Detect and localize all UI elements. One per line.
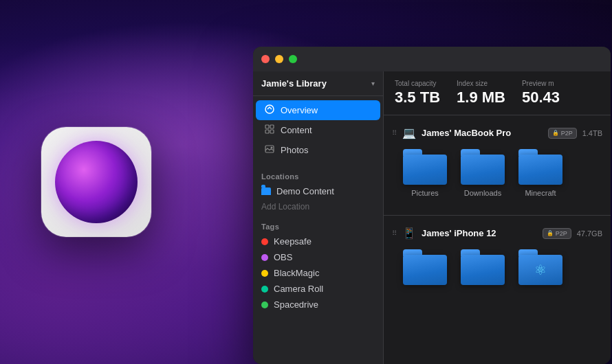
add-location-button[interactable]: Add Location xyxy=(253,199,383,214)
svg-rect-4 xyxy=(270,130,274,133)
app-icon xyxy=(41,127,151,237)
folder-icon-iphone-2 xyxy=(461,249,505,285)
locations-section: Locations Demo Content Add Location xyxy=(253,164,383,214)
tag-item-keepsafe[interactable]: Keepsafe xyxy=(253,234,383,249)
title-bar xyxy=(253,47,611,71)
device-section-macbook: ⠿ 💻 James' MacBook Pro 🔒 P2P 1.4TB Pictu… xyxy=(384,115,611,215)
svg-rect-2 xyxy=(270,125,274,128)
lock-icon-iphone: 🔒 xyxy=(547,230,554,236)
library-selector[interactable]: Jamie's Library ▾ xyxy=(253,71,383,96)
tag-dot-obs xyxy=(261,254,268,261)
tag-item-camera-roll[interactable]: Camera Roll xyxy=(253,281,383,297)
tag-label-keepsafe: Keepsafe xyxy=(274,236,312,247)
lock-icon: 🔒 xyxy=(552,130,559,136)
sidebar-item-content-label: Content xyxy=(281,125,312,135)
main-content: Total capacity 3.5 TB Index size 1.9 MB … xyxy=(384,47,611,364)
macbook-icon: 💻 xyxy=(402,126,416,139)
folder-item-react[interactable]: ⚛ xyxy=(518,249,562,285)
location-label: Demo Content xyxy=(276,186,334,196)
stat-label-total-capacity: Total capacity xyxy=(395,80,440,87)
maximize-button[interactable] xyxy=(289,55,297,63)
folder-body xyxy=(403,255,447,285)
folder-item-iphone-2[interactable] xyxy=(461,249,505,285)
device-size-macbook: 1.4TB xyxy=(582,129,602,137)
tag-dot-camera-roll xyxy=(261,286,268,293)
iphone-folders-grid: ⚛ xyxy=(384,244,611,296)
drag-handle-icon-iphone: ⠿ xyxy=(392,229,397,237)
device-name-macbook: James' MacBook Pro xyxy=(422,128,543,138)
main-window: Jamie's Library ▾ Overview xyxy=(253,47,611,364)
stat-index-size: Index size 1.9 MB xyxy=(457,80,505,106)
device-section-iphone: ⠿ 📱 James' iPhone 12 🔒 P2P 47.7GB xyxy=(384,216,611,303)
sidebar-item-overview[interactable]: Overview xyxy=(256,100,380,120)
folder-icon-downloads xyxy=(461,149,505,185)
macbook-folders-grid: Pictures Downloads Minecraft xyxy=(384,144,611,208)
folder-item-minecraft[interactable]: Minecraft xyxy=(518,149,562,197)
folder-label-downloads: Downloads xyxy=(464,189,501,197)
location-item-demo[interactable]: Demo Content xyxy=(253,183,383,199)
tag-label-blackmagic: BlackMagic xyxy=(274,268,319,278)
photos-icon xyxy=(264,144,275,156)
folder-icon-iphone-1 xyxy=(403,249,447,285)
stat-total-capacity: Total capacity 3.5 TB xyxy=(395,80,440,106)
device-name-iphone: James' iPhone 12 xyxy=(422,228,537,238)
content-icon xyxy=(264,124,275,136)
stat-value-index-size: 1.9 MB xyxy=(457,89,505,106)
sidebar-item-content[interactable]: Content xyxy=(256,120,380,140)
folder-body xyxy=(461,255,505,285)
badge-label-macbook: P2P xyxy=(561,130,573,137)
close-button[interactable] xyxy=(261,55,270,63)
device-size-iphone: 47.7GB xyxy=(577,229,602,238)
device-header-macbook: ⠿ 💻 James' MacBook Pro 🔒 P2P 1.4TB xyxy=(384,122,611,144)
folder-body xyxy=(403,155,447,185)
tag-label-spacedrive: Spacedrive xyxy=(274,299,318,310)
sidebar-item-overview-label: Overview xyxy=(281,105,318,115)
stat-label-preview-m: Preview m xyxy=(522,80,560,87)
sidebar-item-photos-label: Photos xyxy=(281,145,308,155)
device-badge-iphone: 🔒 P2P xyxy=(543,228,571,239)
svg-point-0 xyxy=(265,105,274,113)
tag-dot-blackmagic xyxy=(261,270,268,277)
tag-item-obs[interactable]: OBS xyxy=(253,249,383,265)
folder-icon-pictures xyxy=(403,149,447,185)
folder-item-downloads[interactable]: Downloads xyxy=(461,149,505,197)
tags-header: Tags xyxy=(253,214,383,234)
sidebar-nav: Overview Content xyxy=(253,96,383,164)
folder-body-react: ⚛ xyxy=(518,255,562,285)
svg-rect-1 xyxy=(265,125,269,128)
tag-item-blackmagic[interactable]: BlackMagic xyxy=(253,265,383,281)
folder-item-iphone-1[interactable] xyxy=(403,249,447,285)
tag-dot-keepsafe xyxy=(261,238,268,245)
folder-icon-react: ⚛ xyxy=(518,249,562,285)
react-icon: ⚛ xyxy=(534,263,547,277)
badge-label-iphone: P2P xyxy=(556,230,567,237)
folder-icon xyxy=(261,187,271,195)
stats-bar: Total capacity 3.5 TB Index size 1.9 MB … xyxy=(384,71,611,115)
overview-icon xyxy=(264,104,275,116)
stat-label-index-size: Index size xyxy=(457,80,505,87)
folder-body xyxy=(518,155,562,185)
folder-item-pictures[interactable]: Pictures xyxy=(403,149,447,197)
device-badge-macbook: 🔒 P2P xyxy=(548,128,577,139)
sidebar: Jamie's Library ▾ Overview xyxy=(253,47,384,364)
folder-label-minecraft: Minecraft xyxy=(525,189,556,197)
folder-body xyxy=(461,155,505,185)
tag-item-spacedrive[interactable]: Spacedrive xyxy=(253,297,383,312)
folder-icon-minecraft xyxy=(518,149,562,185)
locations-header: Locations xyxy=(253,164,383,183)
tags-section: Tags Keepsafe OBS BlackMagic Camera Roll… xyxy=(253,214,383,312)
app-icon-wrapper xyxy=(41,127,151,237)
tag-dot-spacedrive xyxy=(261,302,268,308)
tag-label-camera-roll: Camera Roll xyxy=(274,284,323,294)
folder-label-pictures: Pictures xyxy=(411,189,439,197)
minimize-button[interactable] xyxy=(275,55,283,63)
sidebar-item-photos[interactable]: Photos xyxy=(256,140,380,160)
iphone-icon: 📱 xyxy=(402,227,416,240)
app-icon-sphere xyxy=(55,141,138,223)
svg-point-6 xyxy=(271,147,273,149)
tag-label-obs: OBS xyxy=(274,252,292,262)
stat-value-preview-m: 50.43 xyxy=(522,89,560,106)
chevron-down-icon: ▾ xyxy=(371,80,375,87)
stat-preview-m: Preview m 50.43 xyxy=(522,80,560,106)
drag-handle-icon: ⠿ xyxy=(392,129,397,137)
